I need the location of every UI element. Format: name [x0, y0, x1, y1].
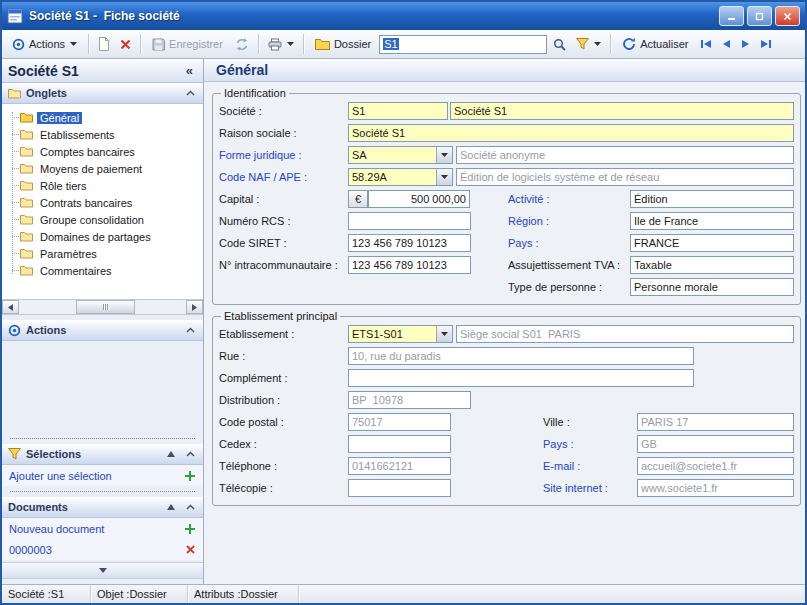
scrollbar-thumb[interactable]	[76, 300, 135, 314]
code-naf-combo[interactable]: 58.29A	[348, 168, 453, 186]
add-selection-link[interactable]: Ajouter une sélection	[2, 465, 203, 486]
folder-icon	[20, 214, 33, 225]
capital-field[interactable]: 500 000,00	[368, 190, 470, 208]
sidebar-item-moyens-de-paiement[interactable]: Moyens de paiement	[2, 160, 203, 177]
scroll-right-button[interactable]	[186, 300, 203, 314]
toolbar-separator	[140, 34, 141, 54]
chevron-up-icon[interactable]	[183, 448, 197, 461]
nav-next-button[interactable]	[737, 32, 754, 56]
forme-juridique-label[interactable]: Forme juridique :	[219, 149, 348, 161]
sidebar-item-general[interactable]: Général	[2, 109, 203, 126]
selections-panel-header[interactable]: Sélections	[2, 444, 203, 465]
folder-icon	[315, 38, 330, 50]
sidebar-item-contrats-bancaires[interactable]: Contrats bancaires	[2, 194, 203, 211]
maximize-button[interactable]	[747, 6, 772, 26]
print-button[interactable]	[264, 32, 298, 56]
ville-field[interactable]: PARIS 17	[637, 413, 794, 431]
save-button[interactable]: Enregistrer	[146, 32, 229, 56]
type-personne-row: Type de personne : Personne morale	[219, 276, 794, 298]
chevron-down-icon[interactable]	[436, 326, 452, 342]
document-item[interactable]: 0000003	[2, 539, 203, 560]
forme-juridique-combo[interactable]: SA	[348, 146, 453, 164]
save-icon	[152, 38, 165, 51]
chevron-down-icon[interactable]	[436, 147, 452, 163]
pays-label[interactable]: Pays :	[508, 237, 630, 249]
email-label[interactable]: E-mail :	[543, 460, 637, 472]
actions-button[interactable]: Actions	[6, 32, 83, 56]
etablissement-combo[interactable]: ETS1-S01	[348, 325, 453, 343]
filter-button[interactable]	[572, 32, 605, 56]
search-button[interactable]	[549, 32, 570, 56]
folder-icon	[20, 163, 33, 174]
site-internet-field[interactable]: www.societe1.fr	[637, 479, 794, 497]
site-internet-label[interactable]: Site internet :	[543, 482, 637, 494]
documents-panel-header[interactable]: Documents	[2, 497, 203, 518]
complement-field[interactable]	[348, 369, 694, 387]
actions-panel-header[interactable]: Actions	[2, 320, 203, 341]
etab-pays-field[interactable]: GB	[637, 435, 794, 453]
collapse-sidebar-button[interactable]: «	[182, 63, 197, 78]
new-document-button[interactable]	[94, 32, 114, 56]
panel-scroll-down-button[interactable]	[2, 562, 203, 579]
sidebar-item-domaines-de-partages[interactable]: Domaines de partages	[2, 228, 203, 245]
currency-button[interactable]: €	[348, 190, 368, 208]
nav-last-icon	[760, 39, 772, 49]
refresh-button[interactable]: Actualiser	[616, 32, 694, 56]
delete-button[interactable]	[116, 32, 135, 56]
numero-rcs-field[interactable]	[348, 212, 471, 230]
nav-last-button[interactable]	[756, 32, 776, 56]
chevron-up-icon[interactable]	[183, 87, 197, 100]
activite-field[interactable]: Édition	[630, 190, 794, 208]
sidebar-item-commentaires[interactable]: Commentaires	[2, 262, 203, 279]
sidebar-horizontal-scrollbar[interactable]	[2, 300, 203, 315]
statusbar-attributs: Attributs :Dossier	[188, 585, 299, 603]
close-button[interactable]	[775, 6, 800, 26]
search-input[interactable]: S1	[379, 35, 547, 54]
email-field[interactable]: accueil@societe1.fr	[637, 457, 794, 475]
code-postal-field[interactable]: 75017	[348, 413, 451, 431]
scrollbar-track[interactable]	[19, 300, 186, 314]
nav-first-button[interactable]	[696, 32, 716, 56]
region-field[interactable]: Ile de France	[630, 212, 794, 230]
scroll-left-button[interactable]	[2, 300, 19, 314]
region-label[interactable]: Région :	[508, 215, 630, 227]
minimize-button[interactable]	[719, 6, 744, 26]
rue-field[interactable]: 10, rue du paradis	[348, 347, 694, 365]
raison-sociale-field[interactable]: Société S1	[348, 124, 794, 142]
nav-previous-button[interactable]	[718, 32, 735, 56]
type-personne-field[interactable]: Personne morale	[630, 278, 794, 296]
telephone-field[interactable]: 0141662121	[348, 457, 451, 475]
pays-field[interactable]: FRANCE	[630, 234, 794, 252]
expand-up-icon[interactable]	[164, 501, 178, 514]
societe-code-field[interactable]: S1	[348, 102, 448, 120]
chevron-down-icon[interactable]	[436, 169, 452, 185]
dossier-button[interactable]: Dossier	[309, 32, 377, 56]
sidebar-item-groupe-consolidation[interactable]: Groupe consolidation	[2, 211, 203, 228]
sidebar-item-role-tiers[interactable]: Rôle tiers	[2, 177, 203, 194]
close-icon	[783, 12, 792, 21]
open-folder-icon	[20, 112, 33, 123]
telecopie-field[interactable]	[348, 479, 451, 497]
toolbar-separator	[303, 34, 304, 54]
chevron-down-icon	[287, 42, 294, 46]
new-document-link[interactable]: Nouveau document	[2, 518, 203, 539]
societe-name-field[interactable]: Société S1	[450, 102, 794, 120]
expand-up-icon[interactable]	[164, 448, 178, 461]
sync-button[interactable]	[231, 32, 253, 56]
assujettissement-tva-field[interactable]: Taxable	[630, 256, 794, 274]
cedex-field[interactable]	[348, 435, 451, 453]
sidebar-item-comptes-bancaires[interactable]: Comptes bancaires	[2, 143, 203, 160]
sidebar-item-parametres[interactable]: Paramètres	[2, 245, 203, 262]
etablissement-row: Etablissement : ETS1-S01 Siège social S0…	[219, 323, 794, 345]
chevron-up-icon[interactable]	[183, 501, 197, 514]
chevron-up-icon[interactable]	[183, 324, 197, 337]
distribution-field[interactable]: BP 10978	[348, 391, 471, 409]
folder-icon	[20, 129, 33, 140]
intracommunautaire-field[interactable]: 123 456 789 10123	[348, 256, 471, 274]
onglets-panel-header[interactable]: Onglets	[2, 83, 203, 104]
etab-pays-label[interactable]: Pays :	[543, 438, 637, 450]
code-siret-field[interactable]: 123 456 789 10123	[348, 234, 471, 252]
activite-label[interactable]: Activité :	[508, 193, 630, 205]
code-naf-label[interactable]: Code NAF / APE :	[219, 171, 348, 183]
sidebar-item-etablissements[interactable]: Etablissements	[2, 126, 203, 143]
